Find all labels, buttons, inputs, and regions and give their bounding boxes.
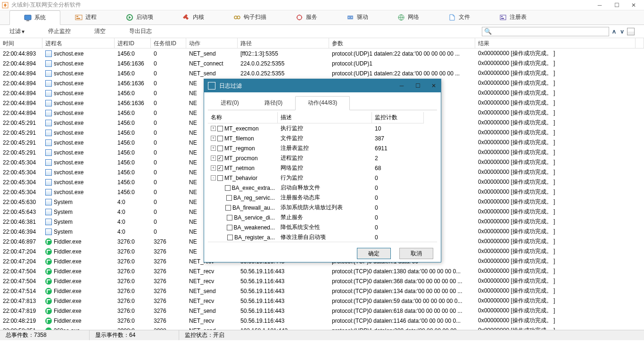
checkbox[interactable] (225, 185, 231, 191)
checkbox[interactable] (217, 155, 223, 161)
filter-item-row[interactable]: -MT_behavior行为监控0 (208, 173, 437, 183)
dialog-list[interactable]: +MT_execmon执行监控10+MT_filemon文件监控387+MT_r… (208, 123, 437, 242)
filter-button[interactable]: 过滤 ▾ (9, 27, 25, 35)
close-button[interactable]: ✕ (631, 2, 636, 8)
minimize-button[interactable]: ─ (597, 2, 603, 8)
log-row[interactable]: 22:00:44:894svchost.exe1456:16360NET_con… (0, 58, 644, 68)
search-input[interactable]: 🔍 (482, 27, 609, 36)
tab-file[interactable]: 文件 (434, 10, 485, 24)
tab-service[interactable]: 服务 (281, 10, 332, 24)
filter-name-cell: BA_exec_extra... (208, 185, 278, 191)
filter-item-row[interactable]: +MT_procmon进程监控2 (208, 153, 437, 163)
log-row[interactable]: 22:00:47:819Fiddler.exe3276:03276NET_sen… (0, 306, 644, 316)
filter-desc: 行为监控 (278, 174, 372, 182)
dialog-col-name[interactable]: 名称 (208, 112, 278, 123)
cell-pid: 3276:0 (115, 308, 151, 314)
process-icon (45, 238, 52, 245)
cell-action: NET_send (186, 327, 238, 330)
cell-process: svchost.exe (42, 60, 115, 67)
tab-process[interactable]: 进程 (60, 10, 111, 24)
checkbox[interactable] (217, 136, 223, 141)
tab-driver[interactable]: 驱动 (332, 10, 383, 24)
tab-hook[interactable]: 钩子扫描 (219, 10, 281, 24)
search-icon: 🔍 (484, 28, 492, 35)
cell-pid: 1456:0 (115, 90, 151, 97)
dialog-minimize[interactable]: ─ (398, 82, 405, 89)
checkbox[interactable] (227, 235, 233, 240)
checkbox[interactable] (217, 175, 223, 181)
tab-kernel[interactable]: 内核 (168, 10, 219, 24)
filter-item-row[interactable]: +MT_execmon执行监控10 (208, 123, 437, 133)
log-row[interactable]: 22:00:44:894svchost.exe1456:00NET_send22… (0, 68, 644, 78)
log-row[interactable]: 22:00:44:893svchost.exe1456:00NET_send[f… (0, 49, 644, 58)
filter-count: 10 (372, 125, 424, 132)
checkbox[interactable] (217, 146, 223, 151)
cell-time: 22:00:45:291 (0, 120, 42, 126)
export-log-button[interactable]: 导出日志 (129, 27, 152, 35)
process-icon (45, 209, 52, 215)
filter-item-row[interactable]: BA_reg_servic...注册服务动态库0 (208, 193, 437, 203)
cancel-button[interactable]: 取消 (399, 248, 433, 259)
col-path[interactable]: 路径 (238, 38, 329, 48)
filter-item-row[interactable]: BA_exec_extra...启动自释放文件0 (208, 183, 437, 193)
filter-item-row[interactable]: +MT_netmon网络监控68 (208, 163, 437, 173)
filter-item-row[interactable]: +MT_regmon注册表监控6911 (208, 143, 437, 153)
checkbox[interactable] (227, 215, 232, 220)
search-up-button[interactable]: ʌ (611, 28, 617, 35)
checkbox[interactable] (225, 205, 231, 211)
stop-monitor-button[interactable]: 停止监控 (48, 27, 71, 35)
tree-expand-icon[interactable]: + (211, 126, 216, 131)
col-param[interactable]: 参数 (329, 38, 475, 48)
filter-item-row[interactable]: BA_weakened...降低系统安全性0 (208, 222, 437, 232)
process-icon (45, 258, 52, 265)
process-icon (45, 278, 52, 285)
clear-button[interactable]: 清空 (94, 27, 106, 35)
col-time[interactable]: 时间 (0, 38, 42, 48)
log-row[interactable]: 22:00:48:219Fiddler.exe3276:03276NET_rec… (0, 316, 644, 326)
checkbox[interactable] (226, 195, 232, 201)
dialog-close[interactable]: ✕ (430, 82, 437, 89)
ok-button[interactable]: 确定 (357, 248, 391, 259)
cell-pid: 2908:0 (115, 327, 151, 330)
dialog-col-count[interactable]: 监控计数 (372, 112, 424, 123)
tree-expand-icon[interactable]: + (211, 165, 216, 171)
tab-system[interactable]: 系统 (9, 10, 60, 25)
dialog-tab-process[interactable]: 进程(0) (208, 96, 252, 110)
process-icon (45, 327, 52, 330)
toggle-grid-button[interactable] (627, 28, 635, 35)
log-row[interactable]: 22:00:47:504Fiddler.exe3276:03276NET_rec… (0, 276, 644, 286)
tree-expand-icon[interactable]: + (211, 136, 216, 141)
dialog-maximize[interactable]: ☐ (414, 82, 421, 89)
maximize-button[interactable]: ☐ (614, 2, 619, 8)
log-row[interactable]: 22:00:47:504Fiddler.exe3276:03276NET_rec… (0, 266, 644, 276)
tree-expand-icon[interactable]: - (211, 175, 216, 180)
log-row[interactable]: 22:00:47:813Fiddler.exe3276:03276NET_rec… (0, 296, 644, 306)
cell-process: Fiddler.exe (42, 248, 115, 255)
dialog-tab-action[interactable]: 动作(44/83) (295, 96, 350, 110)
checkbox[interactable] (227, 225, 232, 230)
filter-item-row[interactable]: BA_service_di...禁止服务0 (208, 212, 437, 222)
dialog-titlebar[interactable]: 日志过滤 ─ ☐ ✕ (204, 79, 441, 92)
log-row[interactable]: 22:00:58:251360se.exe2908:02908NET_send1… (0, 326, 644, 330)
tab-startup[interactable]: 启动项 (111, 10, 168, 24)
dialog-tab-path[interactable]: 路径(0) (252, 96, 296, 110)
col-action[interactable]: 动作 (186, 38, 238, 48)
tree-expand-icon[interactable]: + (211, 146, 216, 151)
checkbox[interactable] (217, 165, 223, 171)
cell-task: 3276 (151, 258, 186, 265)
tab-network[interactable]: 网络 (383, 10, 434, 24)
col-task[interactable]: 任务组ID (151, 38, 186, 48)
checkbox[interactable] (217, 126, 223, 131)
tree-expand-icon[interactable]: + (211, 155, 216, 161)
log-row[interactable]: 22:00:47:514Fiddler.exe3276:03276NET_sen… (0, 286, 644, 296)
cell-param: protocol:(TCP)0 datalen:1146 data:'00 00… (329, 318, 475, 324)
filter-item-row[interactable]: BA_firewall_au...添加系统防火墙放过列表0 (208, 203, 437, 212)
filter-item-row[interactable]: BA_register_a...修改注册自启动项0 (208, 232, 437, 242)
col-process[interactable]: 进程名 (42, 38, 115, 48)
dialog-col-desc[interactable]: 描述 (278, 112, 372, 123)
col-result[interactable]: 结果 (475, 38, 636, 48)
tab-registry[interactable]: 注册表 (485, 10, 541, 24)
filter-item-row[interactable]: +MT_filemon文件监控387 (208, 133, 437, 143)
col-pid[interactable]: 进程ID (115, 38, 151, 48)
search-down-button[interactable]: v (619, 28, 625, 35)
